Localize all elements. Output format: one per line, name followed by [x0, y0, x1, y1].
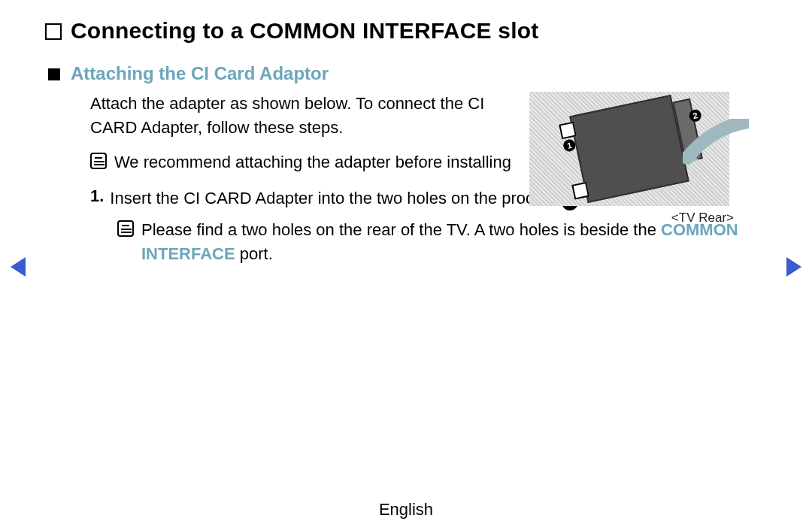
note-text: We recommend attaching the adapter befor… [114, 150, 511, 174]
illustration-label: <TV Rear> [529, 210, 734, 226]
step-number: 1. [90, 186, 104, 210]
insert-arrow-icon [683, 119, 749, 171]
illustration-block: 1 2 <TV Rear> [529, 92, 762, 226]
note-row: We recommend attaching the adapter befor… [90, 150, 511, 174]
prev-page-button[interactable] [11, 257, 26, 277]
ci-card-adapter-icon: 1 2 [569, 95, 689, 203]
substep-text-b: port. [235, 244, 273, 263]
illustration-marker-1-icon: 1 [562, 138, 577, 153]
tv-rear-illustration: 1 2 [529, 92, 729, 206]
section-heading-row: Attaching the CI Card Adaptor [48, 63, 767, 84]
intro-block: Attach the adapter as shown below. To co… [90, 92, 511, 174]
intro-text: Attach the adapter as shown below. To co… [90, 92, 511, 140]
section-heading: Attaching the CI Card Adaptor [71, 63, 329, 84]
section-bullet-icon [48, 68, 60, 80]
note-icon [117, 220, 134, 237]
next-page-button[interactable] [786, 257, 801, 277]
page-footer-language: English [0, 500, 812, 519]
step-1-text-a: Insert the CI CARD Adapter into the two … [110, 189, 561, 207]
page-title: Connecting to a COMMON INTERFACE slot [71, 18, 538, 44]
page-title-row: Connecting to a COMMON INTERFACE slot [45, 18, 767, 44]
manual-page: Connecting to a COMMON INTERFACE slot At… [0, 0, 812, 530]
note-icon [90, 153, 107, 169]
title-bullet-icon [45, 23, 62, 40]
step-1-text: Insert the CI CARD Adapter into the two … [110, 186, 583, 210]
